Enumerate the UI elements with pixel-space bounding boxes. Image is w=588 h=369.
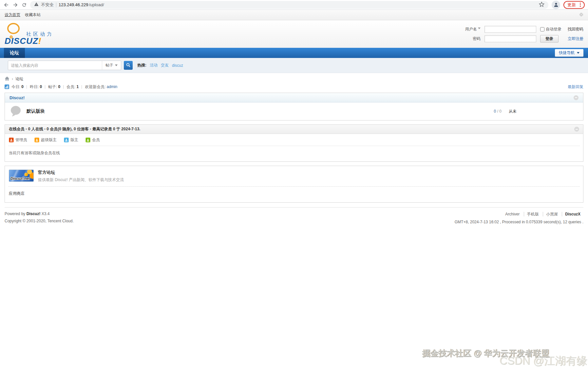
promo-panel: Discuz!.net 官方论坛 提供最新 Discuz! 产品新闻、软件下载与… — [5, 166, 583, 203]
password-field[interactable] — [484, 35, 536, 42]
stat-yesterday: 昨日:0 — [30, 84, 42, 90]
address-bar[interactable]: 不安全 123.249.46.229 /upload/ — [30, 1, 548, 9]
auto-login-checkbox[interactable] — [540, 27, 544, 31]
super-moderator-icon — [34, 138, 39, 142]
newest-member-link[interactable]: admin — [106, 84, 117, 89]
hot-link-discuz[interactable]: discuz — [172, 63, 183, 68]
stats-bar: 今日:0 昨日:0 帖子:0 会员:1 欢迎新会员:admin 最新回复 — [5, 83, 583, 91]
count-separator: / — [497, 109, 498, 114]
app-store-link[interactable]: 应用商店 — [9, 191, 25, 196]
legend-admin: 管理员 — [9, 137, 27, 143]
hot-search-label: 热搜: — [137, 63, 146, 68]
footer-links: Archiver 手机版 小黑屋 DiscuzX — [455, 212, 583, 217]
darkroom-link[interactable]: 小黑屋 — [543, 212, 561, 216]
forum-avatar-icon[interactable] — [9, 104, 23, 119]
site-logo[interactable]: 社区动力 DISCUZ! — [5, 20, 83, 48]
url-path: /upload/ — [89, 2, 104, 7]
main-content: › 论坛 今日:0 昨日:0 帖子:0 会员:1 欢迎新会员:admin 最新回… — [0, 75, 588, 229]
search-button[interactable] — [124, 61, 133, 70]
mobile-version-link[interactable]: 手机版 — [524, 212, 542, 216]
last-post: 从未 — [509, 109, 579, 114]
quick-nav-label: 快捷导航 — [559, 50, 575, 56]
separator — [27, 85, 27, 89]
search-scope-label: 帖子 — [105, 63, 113, 68]
home-icon[interactable] — [5, 76, 9, 82]
forgot-password-link[interactable]: 找回密码 — [568, 27, 583, 32]
stat-members: 会员:1 — [66, 84, 79, 90]
promo-row: Discuz!.net 官方论坛 提供最新 Discuz! 产品新闻、软件下载与… — [5, 166, 583, 186]
legend-super-moderator: 超级版主 — [34, 137, 57, 143]
discuz-net-banner[interactable]: Discuz!.net — [9, 170, 34, 182]
auto-login-option: 自动登录 — [540, 27, 564, 32]
category-title-link[interactable]: Discuz! — [9, 95, 25, 100]
legend-label: 超级版主 — [41, 137, 57, 143]
search-scope-select[interactable]: 帖子 — [102, 61, 121, 70]
thread-count[interactable]: 0 — [494, 109, 496, 114]
collapse-icon[interactable] — [574, 127, 579, 132]
browser-back-icon[interactable] — [3, 2, 9, 8]
legend-moderator: 版主 — [64, 137, 78, 143]
login-button[interactable]: 登录 — [540, 35, 559, 43]
member-icon — [85, 138, 90, 142]
site-toolbar: 设为首页 收藏本站 — [0, 10, 588, 20]
register-link[interactable]: 立即注册 — [568, 36, 583, 42]
browser-profile-avatar[interactable] — [552, 1, 560, 9]
username-label: 用户名 — [465, 26, 481, 32]
official-forum-link[interactable]: 官方论坛 — [38, 170, 124, 175]
quick-nav-button[interactable]: 快捷导航 — [555, 49, 583, 57]
set-homepage-link[interactable]: 设为首页 — [5, 12, 20, 18]
promo-text: 官方论坛 提供最新 Discuz! 产品新闻、软件下载与技术交流 — [38, 170, 124, 183]
category-panel: Discuz! 默认版块 0 / 0 从未 — [5, 93, 583, 120]
tab-forum[interactable]: 论坛 — [4, 48, 25, 58]
forum-row: 默认版块 0 / 0 从未 — [5, 102, 583, 120]
watermark-community: 掘金技术社区 @ 华为云开发者联盟 — [422, 348, 549, 359]
collapse-icon[interactable] — [574, 95, 579, 100]
stats-chart-icon — [5, 84, 9, 89]
search-input[interactable] — [8, 63, 102, 68]
stat-welcome: 欢迎新会员:admin — [85, 84, 117, 90]
breadcrumb-chevron: › — [12, 77, 13, 81]
admin-user-icon — [9, 138, 14, 142]
security-warning-icon[interactable] — [34, 2, 39, 8]
password-label: 密码 — [465, 36, 481, 42]
update-label: 更新 — [567, 2, 576, 8]
app-store-row: 应用商店 — [5, 187, 583, 202]
tab-forum-label: 论坛 — [10, 50, 19, 55]
site-header: 社区动力 DISCUZ! 用户名 自动登录 找回密码 密码 登录 立即注册 — [0, 20, 588, 48]
category-header: Discuz! — [5, 93, 583, 102]
collapse-banner-icon[interactable] — [579, 12, 583, 18]
search-box: 帖子 — [8, 61, 121, 70]
footer-left: Powered by Discuz! X3.4 Copyright © 2001… — [5, 212, 74, 224]
browser-menu-icon[interactable] — [580, 3, 581, 7]
separator — [82, 85, 82, 89]
latest-reply-link[interactable]: 最新回复 — [568, 84, 583, 90]
security-label[interactable]: 不安全 — [41, 2, 54, 8]
archiver-link[interactable]: Archiver — [502, 212, 522, 216]
breadcrumb-current[interactable]: 论坛 — [15, 76, 23, 82]
chevron-down-icon — [577, 52, 579, 55]
main-navbar: 论坛 快捷导航 — [0, 48, 588, 58]
address-bar-divider — [56, 3, 56, 7]
legend-label: 版主 — [70, 137, 78, 143]
browser-reload-icon[interactable] — [22, 2, 27, 8]
browser-toolbar: 不安全 123.249.46.229 /upload/ 更新 — [0, 0, 588, 10]
discuzx-link[interactable]: DiscuzX — [562, 212, 583, 216]
browser-update-button[interactable]: 更新 — [563, 1, 585, 9]
hot-link-friends[interactable]: 交友 — [161, 63, 169, 68]
chevron-down-icon — [115, 65, 118, 67]
bookmark-star-icon[interactable] — [539, 2, 544, 8]
hot-link-activity[interactable]: 活动 — [150, 63, 158, 68]
powered-by: Powered by Discuz! X3.4 — [5, 212, 74, 216]
browser-forward-icon[interactable] — [12, 2, 18, 8]
footer-meta: GMT+8, 2024-7-13 16:02 , Processed in 0.… — [455, 220, 583, 224]
footer: Powered by Discuz! X3.4 Copyright © 2001… — [5, 207, 583, 229]
username-field[interactable] — [484, 26, 536, 33]
search-icon — [126, 63, 131, 68]
separator — [63, 85, 64, 89]
online-note: 当前只有游客或隐身会员在线 — [5, 146, 583, 161]
copyright: Copyright © 2001-2020, Tencent Cloud. — [5, 219, 74, 223]
online-header-text: 在线会员 - 0 人在线 - 0 会员(0 隐身), 0 位游客 - 最高记录是… — [9, 126, 140, 132]
favorite-site-link[interactable]: 收藏本站 — [25, 12, 41, 18]
post-count: 0 — [499, 109, 502, 114]
forum-link-default[interactable]: 默认版块 — [27, 108, 45, 114]
